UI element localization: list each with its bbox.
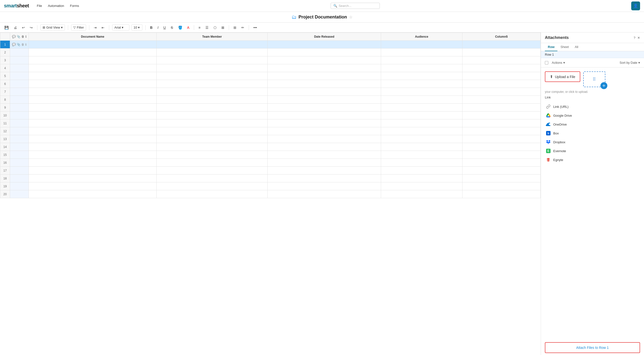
doc-name-cell[interactable] — [29, 159, 157, 167]
team-member-cell[interactable] — [157, 159, 268, 167]
table-row[interactable]: 11 — [0, 119, 541, 127]
evernote-item[interactable]: E Evernote — [545, 147, 640, 155]
tab-all[interactable]: All — [572, 43, 581, 51]
team-member-cell[interactable] — [157, 175, 268, 182]
doc-name-cell[interactable] — [29, 135, 157, 143]
date-released-cell[interactable] — [268, 72, 381, 80]
date-released-cell[interactable] — [268, 135, 381, 143]
column5-cell[interactable] — [462, 119, 540, 127]
table-row[interactable]: 8 — [0, 96, 541, 104]
col-header-document-name[interactable]: Document Name — [29, 33, 157, 41]
date-released-cell[interactable] — [268, 151, 381, 159]
column5-cell[interactable] — [462, 64, 540, 72]
column5-cell[interactable] — [462, 56, 540, 64]
panel-help-icon[interactable]: ? — [634, 36, 636, 40]
column5-cell[interactable] — [462, 143, 540, 151]
comment-icon[interactable]: 💬 — [12, 43, 16, 46]
team-member-cell[interactable] — [157, 135, 268, 143]
team-member-cell[interactable] — [157, 119, 268, 127]
table-row[interactable]: 9 — [0, 104, 541, 112]
team-member-cell[interactable] — [157, 80, 268, 88]
doc-name-cell[interactable] — [29, 119, 157, 127]
team-member-cell[interactable] — [157, 49, 268, 56]
audience-cell[interactable] — [381, 159, 462, 167]
column5-cell[interactable] — [462, 175, 540, 182]
doc-name-cell[interactable] — [29, 182, 157, 190]
date-released-cell[interactable] — [268, 56, 381, 64]
column5-cell[interactable] — [462, 80, 540, 88]
font-dropdown[interactable]: Arial ▾ — [112, 24, 130, 31]
align-left-button[interactable]: ≡ — [197, 25, 202, 31]
delete-row-icon[interactable]: 🗑 — [22, 43, 24, 46]
date-released-cell[interactable] — [268, 88, 381, 96]
wrap-button[interactable]: ⬡ — [212, 25, 218, 31]
team-member-cell[interactable] — [157, 56, 268, 64]
link-url-item[interactable]: Link (URL) — [545, 102, 640, 111]
table-row[interactable]: 13 — [0, 135, 541, 143]
team-member-cell[interactable] — [157, 127, 268, 135]
team-member-cell[interactable] — [157, 104, 268, 112]
doc-name-cell[interactable] — [29, 143, 157, 151]
team-member-cell[interactable] — [157, 72, 268, 80]
doc-name-cell[interactable] — [29, 127, 157, 135]
column5-cell[interactable] — [462, 112, 540, 119]
team-member-cell[interactable] — [157, 167, 268, 175]
save-button[interactable]: 💾 — [3, 25, 10, 31]
audience-cell[interactable] — [381, 175, 462, 182]
tab-sheet[interactable]: Sheet — [558, 43, 572, 51]
info-icon[interactable]: ℹ — [25, 43, 26, 46]
doc-name-cell[interactable] — [29, 112, 157, 119]
table-row[interactable]: 5 — [0, 72, 541, 80]
table-row[interactable]: 19 — [0, 182, 541, 190]
column5-cell[interactable] — [462, 49, 540, 56]
team-member-cell[interactable] — [157, 41, 268, 49]
doc-name-cell[interactable] — [29, 49, 157, 56]
date-released-cell[interactable] — [268, 80, 381, 88]
date-released-cell[interactable] — [268, 112, 381, 119]
audience-cell[interactable] — [381, 190, 462, 198]
audience-cell[interactable] — [381, 56, 462, 64]
actions-dropdown[interactable]: Actions ▾ — [550, 60, 566, 65]
user-avatar[interactable]: 👤 — [631, 2, 640, 10]
column5-cell[interactable] — [462, 96, 540, 104]
dropbox-item[interactable]: Dropbox — [545, 138, 640, 147]
doc-name-cell[interactable] — [29, 96, 157, 104]
table-row[interactable]: 15 — [0, 151, 541, 159]
audience-cell[interactable] — [381, 119, 462, 127]
table-row[interactable]: 12 — [0, 127, 541, 135]
table-row[interactable]: 10 — [0, 112, 541, 119]
table-row[interactable]: 7 — [0, 88, 541, 96]
column5-cell[interactable] — [462, 190, 540, 198]
audience-cell[interactable] — [381, 167, 462, 175]
spreadsheet[interactable]: 💬 📎 🗑 ℹ Document Name Team Member Date R… — [0, 33, 541, 355]
star-icon[interactable]: ☆ — [349, 15, 352, 20]
audience-cell[interactable] — [381, 49, 462, 56]
audience-cell[interactable] — [381, 135, 462, 143]
col-header-team-member[interactable]: Team Member — [157, 33, 268, 41]
date-released-cell[interactable] — [268, 119, 381, 127]
nav-file[interactable]: File — [37, 4, 42, 8]
team-member-cell[interactable] — [157, 182, 268, 190]
table-row[interactable]: 2 — [0, 49, 541, 56]
team-member-cell[interactable] — [157, 143, 268, 151]
column5-cell[interactable] — [462, 72, 540, 80]
col-header-audience[interactable]: Audience — [381, 33, 462, 41]
audience-cell[interactable] — [381, 64, 462, 72]
view-dropdown[interactable]: ⊞ Grid View ▾ — [40, 24, 65, 31]
attach-icon[interactable]: 📎 — [17, 43, 20, 46]
filter-button[interactable]: ▽ Filter — [71, 24, 86, 31]
font-size-dropdown[interactable]: 10 ▾ — [131, 24, 142, 31]
date-released-cell[interactable] — [268, 49, 381, 56]
col-header-date-released[interactable]: Date Released — [268, 33, 381, 41]
audience-cell[interactable] — [381, 88, 462, 96]
egnyte-item[interactable]: Egnyte — [545, 155, 640, 164]
audience-cell[interactable] — [381, 112, 462, 119]
print-button[interactable]: 🖨 — [12, 25, 18, 31]
doc-name-cell[interactable] — [29, 88, 157, 96]
column5-cell[interactable] — [462, 127, 540, 135]
date-released-cell[interactable] — [268, 104, 381, 112]
panel-close-icon[interactable]: ✕ — [637, 36, 640, 40]
column5-cell[interactable] — [462, 167, 540, 175]
table-row[interactable]: 16 — [0, 159, 541, 167]
col-header-column5[interactable]: Column5 — [462, 33, 540, 41]
